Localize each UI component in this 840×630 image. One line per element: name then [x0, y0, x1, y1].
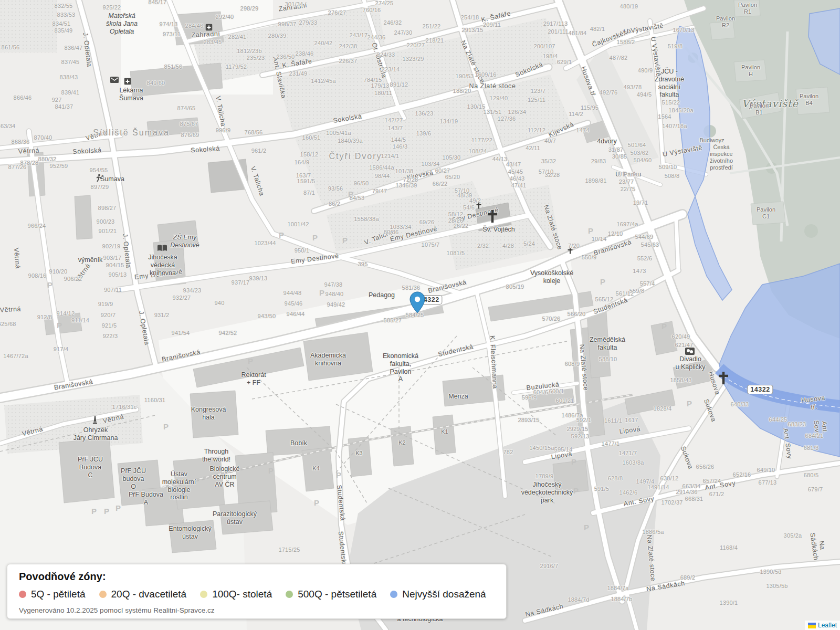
- legend-item: 20Q - dvacetiletá: [99, 589, 187, 600]
- legend-item: Nejvyšší dosažená: [390, 589, 486, 600]
- legend-color-dot: [19, 591, 26, 598]
- flood-zones-legend: Povodňové zóny: 5Q - pětiletá20Q - dvace…: [7, 564, 507, 619]
- legend-title: Povodňové zóny:: [19, 571, 495, 583]
- attribution-bar: Leaflet: [805, 621, 840, 630]
- map-canvas[interactable]: ZahradníZahradníK. ŠafářeK. ŠafářeOt. Os…: [0, 0, 840, 630]
- legend-item-label: 500Q - pětsetiletá: [298, 589, 376, 600]
- legend-item-label: Nejvyšší dosažená: [402, 589, 486, 600]
- ukraine-flag-icon: [808, 623, 816, 628]
- map-marker[interactable]: [410, 291, 425, 313]
- legend-item-label: 5Q - pětiletá: [31, 589, 86, 600]
- legend-items: 5Q - pětiletá20Q - dvacetiletá100Q- stol…: [19, 589, 495, 600]
- legend-color-dot: [99, 591, 107, 598]
- route-shield: 14322: [747, 385, 773, 394]
- leaflet-attribution-link[interactable]: Leaflet: [818, 622, 837, 629]
- legend-footer: Vygenerováno 10.2.2025 pomocí systému Re…: [19, 606, 495, 614]
- legend-color-dot: [200, 591, 207, 598]
- legend-color-dot: [286, 591, 293, 598]
- map-graphics: [0, 0, 840, 630]
- legend-item-label: 20Q - dvacetiletá: [111, 589, 187, 600]
- map-pin-icon: [410, 291, 425, 313]
- legend-item: 500Q - pětsetiletá: [286, 589, 376, 600]
- legend-item: 100Q- stoletá: [200, 589, 272, 600]
- legend-item: 5Q - pětiletá: [19, 589, 86, 600]
- legend-item-label: 100Q- stoletá: [212, 589, 272, 600]
- legend-color-dot: [390, 591, 397, 598]
